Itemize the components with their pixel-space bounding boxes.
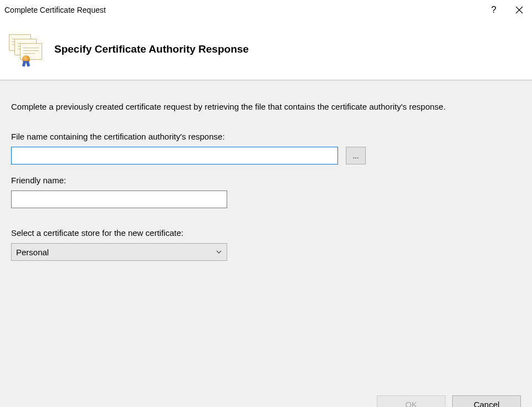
- dialog-header: Specify Certificate Authority Response: [0, 20, 532, 80]
- file-name-row: ...: [11, 147, 521, 164]
- browse-button[interactable]: ...: [346, 147, 366, 164]
- friendly-name-label: Friendly name:: [11, 176, 521, 185]
- file-name-input[interactable]: [11, 147, 338, 164]
- ok-button[interactable]: OK: [377, 395, 446, 407]
- description-text: Complete a previously created certificat…: [11, 100, 510, 113]
- certificate-store-select[interactable]: Personal: [11, 243, 227, 261]
- chevron-down-icon: [216, 249, 222, 255]
- titlebar-controls: ?: [481, 0, 532, 20]
- titlebar: Complete Certificate Request ?: [0, 0, 532, 20]
- help-button[interactable]: ?: [481, 0, 507, 20]
- dialog-title: Specify Certificate Authority Response: [54, 43, 249, 55]
- window-title: Complete Certificate Request: [4, 6, 481, 14]
- file-name-label: File name containing the certification a…: [11, 132, 521, 141]
- close-button[interactable]: [507, 0, 532, 20]
- close-icon: [515, 6, 523, 14]
- select-value: Personal: [16, 248, 49, 257]
- certificate-icon: [9, 34, 43, 64]
- friendly-name-input[interactable]: [11, 190, 227, 208]
- cancel-button[interactable]: Cancel: [452, 395, 521, 407]
- dialog-footer: OK Cancel: [0, 390, 532, 407]
- dialog-body: Complete a previously created certificat…: [0, 80, 532, 390]
- browse-button-label: ...: [353, 152, 359, 160]
- store-label: Select a certificate store for the new c…: [11, 228, 521, 238]
